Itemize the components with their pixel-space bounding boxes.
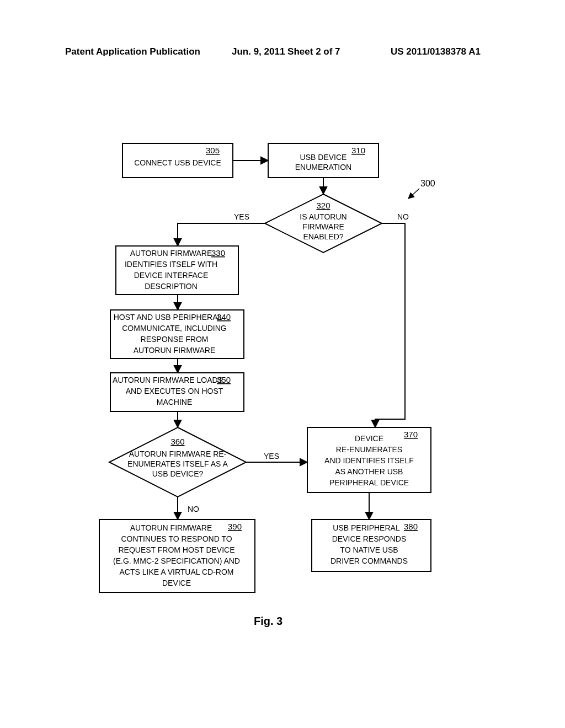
svg-text:IDENTIFIES ITSELF WITH: IDENTIFIES ITSELF WITH (125, 260, 217, 269)
svg-text:380: 380 (404, 522, 418, 531)
svg-text:390: 390 (228, 522, 242, 531)
svg-text:AND EXECUTES ON HOST: AND EXECUTES ON HOST (126, 387, 223, 395)
svg-text:AND IDENTIFIES ITSELF: AND IDENTIFIES ITSELF (324, 456, 414, 465)
svg-text:ENABLED?: ENABLED? (303, 232, 343, 241)
svg-text:YES: YES (234, 212, 249, 221)
svg-text:PERIPHERAL DEVICE: PERIPHERAL DEVICE (329, 478, 409, 487)
svg-text:305: 305 (206, 146, 220, 155)
svg-text:RESPONSE FROM: RESPONSE FROM (141, 335, 209, 344)
svg-text:ACTS LIKE A VIRTUAL CD-ROM: ACTS LIKE A VIRTUAL CD-ROM (120, 568, 234, 576)
node-340: 340 HOST AND USB PERIPHERAL COMMUNICATE,… (110, 310, 244, 358)
svg-text:CONTINUES TO RESPOND TO: CONTINUES TO RESPOND TO (121, 534, 232, 543)
svg-text:(E.G. MMC-2 SPECIFICATION) AND: (E.G. MMC-2 SPECIFICATION) AND (113, 556, 240, 565)
svg-text:TO NATIVE USB: TO NATIVE USB (340, 545, 398, 554)
svg-text:AS ANOTHER USB: AS ANOTHER USB (335, 467, 403, 476)
page: Patent Application Publication Jun. 9, 2… (0, 0, 565, 728)
node-390: 390 AUTORUN FIRMWARE CONTINUES TO RESPON… (99, 520, 255, 592)
svg-text:300: 300 (420, 179, 435, 188)
svg-line-12 (408, 189, 419, 199)
node-370: 370 DEVICE RE-ENUMERATES AND IDENTIFIES … (307, 427, 431, 493)
svg-text:ENUMERATION: ENUMERATION (295, 163, 351, 172)
svg-text:DEVICE: DEVICE (355, 434, 383, 443)
svg-text:FIRMWARE: FIRMWARE (302, 222, 344, 231)
svg-text:REQUEST FROM HOST DEVICE: REQUEST FROM HOST DEVICE (118, 545, 234, 554)
node-305: 305 CONNECT USB DEVICE (122, 143, 233, 178)
svg-text:AUTORUN FIRMWARE: AUTORUN FIRMWARE (134, 346, 216, 355)
svg-text:AUTORUN FIRMWARE RE-: AUTORUN FIRMWARE RE- (129, 449, 227, 458)
edge-320-yes: YES (178, 212, 265, 246)
svg-text:370: 370 (404, 430, 418, 439)
node-380: 380 USB PERIPHERAL DEVICE RESPONDS TO NA… (312, 520, 431, 571)
svg-text:AUTORUN FIRMWARE LOADS: AUTORUN FIRMWARE LOADS (113, 376, 223, 384)
svg-text:RE-ENUMERATES: RE-ENUMERATES (336, 445, 402, 454)
edge-360-no: NO (178, 497, 199, 520)
svg-text:DEVICE RESPONDS: DEVICE RESPONDS (332, 534, 407, 543)
svg-text:CONNECT USB DEVICE: CONNECT USB DEVICE (134, 158, 221, 167)
svg-text:320: 320 (316, 201, 330, 210)
node-330: 330 AUTORUN FIRMWARE IDENTIFIES ITSELF W… (116, 246, 238, 295)
edge-320-no: NO (375, 212, 409, 427)
svg-text:NO: NO (397, 212, 409, 221)
svg-text:NO: NO (188, 505, 199, 513)
svg-text:310: 310 (351, 146, 365, 155)
svg-text:USB DEVICE: USB DEVICE (300, 153, 347, 162)
svg-text:DEVICE: DEVICE (162, 579, 191, 587)
svg-text:DESCRIPTION: DESCRIPTION (145, 282, 198, 291)
svg-text:COMMUNICATE, INCLUDING: COMMUNICATE, INCLUDING (122, 324, 227, 333)
node-320: 320 IS AUTORUN FIRMWARE ENABLED? (265, 194, 382, 253)
node-310: 310 USB DEVICE ENUMERATION (268, 143, 379, 178)
diagram-label-300: 300 (408, 179, 435, 199)
svg-text:IS AUTORUN: IS AUTORUN (300, 212, 347, 221)
node-360: 360 AUTORUN FIRMWARE RE- ENUMERATES ITSE… (109, 427, 246, 497)
svg-text:YES: YES (264, 452, 279, 461)
figure-caption: Fig. 3 (254, 615, 282, 628)
svg-text:AUTORUN FIRMWARE: AUTORUN FIRMWARE (130, 523, 212, 532)
node-350: 350 AUTORUN FIRMWARE LOADS AND EXECUTES … (110, 373, 244, 411)
svg-text:HOST AND USB PERIPHERAL: HOST AND USB PERIPHERAL (114, 313, 222, 322)
svg-text:MACHINE: MACHINE (157, 398, 193, 406)
svg-text:ENUMERATES ITSELF AS A: ENUMERATES ITSELF AS A (127, 459, 228, 468)
svg-text:330: 330 (211, 248, 225, 258)
svg-text:360: 360 (170, 437, 184, 446)
svg-text:DRIVER COMMANDS: DRIVER COMMANDS (331, 556, 408, 565)
svg-text:AUTORUN FIRMWARE: AUTORUN FIRMWARE (130, 249, 212, 258)
svg-text:USB PERIPHERAL: USB PERIPHERAL (333, 523, 400, 532)
edge-360-yes: YES (246, 452, 307, 462)
svg-text:DEVICE INTERFACE: DEVICE INTERFACE (134, 271, 209, 280)
svg-text:USB DEVICE?: USB DEVICE? (152, 469, 204, 478)
